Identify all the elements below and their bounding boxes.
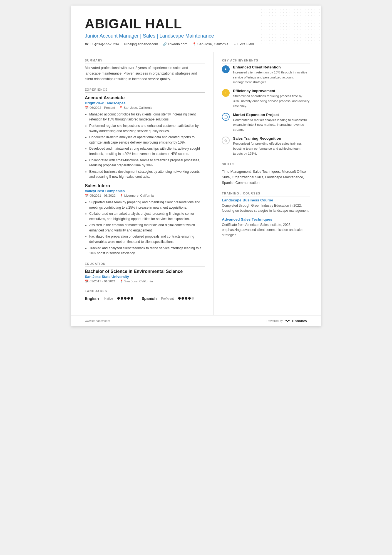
training-1-desc: Completed through Green Industry Educati… xyxy=(222,203,310,213)
lang-spanish-level: Proficient xyxy=(161,297,174,300)
job-2-location: 📍 Livermore, California xyxy=(120,194,154,198)
achievement-1-desc: Increased client retention by 15% throug… xyxy=(233,70,310,85)
job-1-bullets: Managed account portfolios for key clien… xyxy=(85,112,205,179)
dot xyxy=(178,297,181,300)
edu-degree: Bachelor of Science in Environmental Sci… xyxy=(85,269,205,274)
candidate-title: Junior Account Manager | Sales | Landsca… xyxy=(85,33,307,39)
dot xyxy=(182,297,184,300)
list-item: Facilitated the preparation of detailed … xyxy=(89,234,205,244)
linkedin-contact: 🔗 linkedin.com xyxy=(163,42,187,46)
dot xyxy=(121,297,123,300)
job-2-dates: 📅 05/2021 - 05/2022 xyxy=(85,194,116,198)
location-icon-job1: 📍 xyxy=(119,106,123,109)
location-value: San Jose, California xyxy=(197,42,229,46)
training-section: TRAINING / COURSES Landscape Business Co… xyxy=(222,192,310,238)
languages-section: LANGUAGES English Native xyxy=(85,289,205,301)
list-item: Conducted in-depth analyses of operation… xyxy=(89,135,205,145)
edu-location: 📍 San Jose, California xyxy=(120,280,153,283)
achievement-1-content: Enhanced Client Retention Increased clie… xyxy=(233,65,310,85)
job-1-location: 📍 San Jose, California xyxy=(119,106,152,110)
achievement-2-title: Efficiency Improvement xyxy=(233,89,310,93)
location-icon-job2: 📍 xyxy=(120,194,123,197)
experience-section: EXPERIENCE Account Associate BrightView … xyxy=(85,88,205,256)
email-contact: ✉ help@enhancv.com xyxy=(124,42,158,46)
extra-value: Extra Field xyxy=(237,42,254,46)
education-title: EDUCATION xyxy=(85,262,205,267)
achievement-1-title: Enhanced Client Retention xyxy=(233,65,310,69)
training-1: Landscape Business Course Completed thro… xyxy=(222,198,310,213)
dot xyxy=(185,297,187,300)
job-2-bullets: Supported sales team by preparing and or… xyxy=(85,200,205,256)
lang-english-level: Native xyxy=(104,297,113,300)
job-1-dates: 📅 06/2022 - Present xyxy=(85,106,115,110)
summary-section: SUMMARY Motivated professional with over… xyxy=(85,59,205,82)
edu-dates: 📅 01/2017 - 01/2021 xyxy=(85,280,116,283)
job-1-title: Account Associate xyxy=(85,95,205,100)
location-contact: 📍 San Jose, California xyxy=(192,42,229,46)
education-section: EDUCATION Bachelor of Science in Environ… xyxy=(85,262,205,283)
skills-title: SKILLS xyxy=(222,162,310,167)
skills-text: Time Management, Sales Techniques, Micro… xyxy=(222,169,310,186)
left-column: SUMMARY Motivated professional with over… xyxy=(71,52,214,315)
skills-section: SKILLS Time Management, Sales Techniques… xyxy=(222,162,310,186)
achievement-3-title: Market Expansion Project xyxy=(233,113,310,117)
location-icon: 📍 xyxy=(192,42,196,46)
header: ABIGAIL HALL Junior Account Manager | Sa… xyxy=(71,6,321,52)
achievement-1: ★ Enhanced Client Retention Increased cl… xyxy=(222,65,310,85)
job-1: Account Associate BrightView Landscapes … xyxy=(85,95,205,179)
location-icon-edu: 📍 xyxy=(120,280,123,283)
list-item: Collaborated on a market analysis projec… xyxy=(89,211,205,221)
edu-meta: 📅 01/2017 - 01/2021 📍 San Jose, Californ… xyxy=(85,280,205,283)
list-item: Executed business development strategies… xyxy=(89,169,205,179)
content-area: SUMMARY Motivated professional with over… xyxy=(71,52,321,315)
training-2-title: Advanced Sales Techniques xyxy=(222,217,310,221)
achievement-4-desc: Recognized for providing effective sales… xyxy=(233,141,310,156)
edu-school: San Jose State University xyxy=(85,275,205,279)
phone-icon: ☎ xyxy=(85,42,89,46)
training-1-title: Landscape Business Course xyxy=(222,198,310,202)
achievement-2-icon: ⚡ xyxy=(222,89,230,97)
list-item: Performed regular site inspections and e… xyxy=(89,123,205,134)
summary-title: SUMMARY xyxy=(85,59,205,63)
candidate-name: ABIGAIL HALL xyxy=(85,17,307,31)
list-item: Tracked and analyzed client feedback to … xyxy=(89,246,205,256)
achievement-3: ◯ Market Expansion Project Contributed t… xyxy=(222,113,310,132)
training-2-desc: Certificate from American Sales Institut… xyxy=(222,222,310,238)
languages-row: English Native Spanish Profici xyxy=(85,296,205,301)
dot xyxy=(117,297,120,300)
achievement-3-content: Market Expansion Project Contributed to … xyxy=(233,113,310,132)
calendar-icon: 📅 xyxy=(85,106,89,109)
list-item: Supported sales team by preparing and or… xyxy=(89,200,205,210)
footer-powered: Powered by Enhancv xyxy=(267,319,307,323)
dot xyxy=(131,297,133,300)
contact-row: ☎ +1-(234)-555-1234 ✉ help@enhancv.com 🔗… xyxy=(85,42,307,46)
phone-value: +1-(234)-555-1234 xyxy=(90,42,119,46)
job-1-meta: 📅 06/2022 - Present 📍 San Jose, Californ… xyxy=(85,106,205,110)
list-item: Managed account portfolios for key clien… xyxy=(89,112,205,122)
achievement-4-icon: ☆ xyxy=(222,137,230,144)
achievement-3-desc: Contributed to market analysis leading t… xyxy=(233,118,310,132)
right-column: KEY ACHIEVEMENTS ★ Enhanced Client Reten… xyxy=(214,52,321,315)
lang-spanish-name: Spanish xyxy=(142,296,158,301)
languages-title: LANGUAGES xyxy=(85,289,205,294)
calendar-icon-edu: 📅 xyxy=(85,280,89,283)
dot xyxy=(124,297,126,300)
list-item: Collaborated with cross-functional teams… xyxy=(89,158,205,168)
achievement-2: ⚡ Efficiency Improvement Streamlined ope… xyxy=(222,89,310,108)
footer-url: www.enhancv.com xyxy=(85,319,110,322)
language-english: English Native xyxy=(85,296,133,301)
email-value: help@enhancv.com xyxy=(128,42,158,46)
phone-contact: ☎ +1-(234)-555-1234 xyxy=(85,42,119,46)
job-2-company: ValleyCrest Companies xyxy=(85,189,205,193)
job-2-meta: 📅 05/2021 - 05/2022 📍 Livermore, Califor… xyxy=(85,194,205,198)
training-2: Advanced Sales Techniques Certificate fr… xyxy=(222,217,310,238)
achievements-title: KEY ACHIEVEMENTS xyxy=(222,59,310,63)
achievement-1-icon: ★ xyxy=(222,65,230,73)
achievement-2-content: Efficiency Improvement Streamlined opera… xyxy=(233,89,310,108)
list-item: Developed and maintained strong relation… xyxy=(89,146,205,156)
extra-contact: ☆ Extra Field xyxy=(234,42,254,46)
achievement-4: ☆ Sales Training Recognition Recognized … xyxy=(222,136,310,156)
dot-empty xyxy=(192,297,194,300)
dot xyxy=(188,297,191,300)
language-spanish: Spanish Proficient xyxy=(142,296,194,301)
